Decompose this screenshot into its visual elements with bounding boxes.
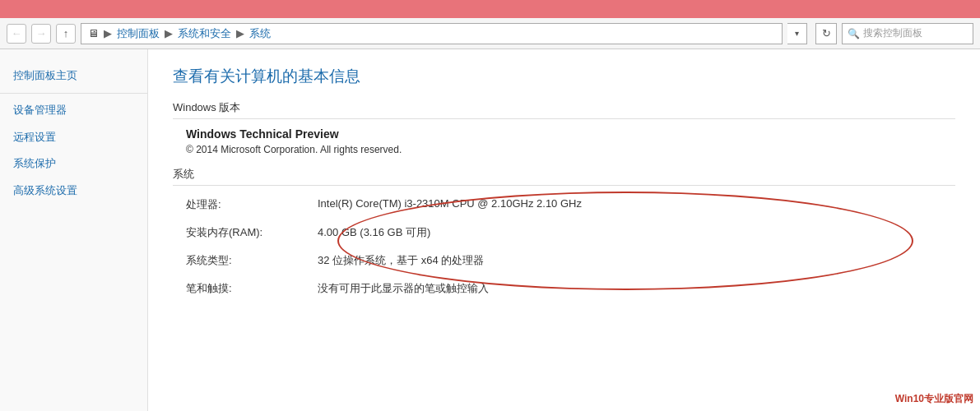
path-part1[interactable]: 控制面板 [117,26,160,41]
system-section: 系统 处理器: Intel(R) Core(TM) i3-2310M CPU @… [173,167,955,299]
forward-button[interactable]: → [31,24,51,44]
sidebar-item-home[interactable]: 控制面板主页 [0,62,147,90]
address-bar: ← → ↑ 🖥 ▶ 控制面板 ▶ 系统和安全 ▶ 系统 ▾ ↻ 🔍 搜索控制面板 [0,18,980,49]
system-type-label: 系统类型: [186,253,318,268]
system-rows: 处理器: Intel(R) Core(TM) i3-2310M CPU @ 2.… [173,194,955,299]
up-button[interactable]: ↑ [56,24,76,44]
path-sep1: ▶ [104,27,112,39]
sidebar-item-protection[interactable]: 系统保护 [0,150,147,178]
path-sep3: ▶ [236,27,244,39]
content-area: 查看有关计算机的基本信息 Windows 版本 Windows Technica… [148,49,980,411]
processor-value: Intel(R) Core(TM) i3-2310M CPU @ 2.10GHz… [318,197,582,212]
sidebar-divider-1 [0,93,147,94]
processor-label: 处理器: [186,197,318,212]
forward-icon: → [36,27,47,39]
pen-touch-value: 没有可用于此显示器的笔或触控输入 [318,281,489,296]
dropdown-icon: ▾ [795,29,799,38]
sidebar-item-advanced[interactable]: 高级系统设置 [0,178,147,205]
address-path[interactable]: 🖥 ▶ 控制面板 ▶ 系统和安全 ▶ 系统 [81,23,783,44]
main-layout: 控制面板主页 设备管理器 远程设置 系统保护 高级系统设置 查看有关计算机的基本… [0,49,980,411]
ram-label: 安装内存(RAM): [186,225,318,240]
windows-section-label: Windows 版本 [173,100,955,119]
address-dropdown[interactable]: ▾ [787,23,807,44]
table-row: 处理器: Intel(R) Core(TM) i3-2310M CPU @ 2.… [186,194,955,215]
search-box[interactable]: 🔍 搜索控制面板 [842,23,973,44]
watermark: Win10专业版官网 [895,392,973,406]
sidebar: 控制面板主页 设备管理器 远程设置 系统保护 高级系统设置 [0,49,148,411]
ram-value: 4.00 GB (3.16 GB 可用) [318,225,430,240]
address-icon: 🖥 [88,27,99,39]
back-button[interactable]: ← [7,24,26,44]
system-section-label: 系统 [173,167,955,186]
search-placeholder: 搜索控制面板 [863,26,922,40]
path-part3[interactable]: 系统 [249,26,271,41]
page-title: 查看有关计算机的基本信息 [173,66,955,87]
sidebar-item-remote[interactable]: 远程设置 [0,124,147,151]
search-icon: 🔍 [848,28,860,39]
top-bar [0,0,980,18]
up-icon: ↑ [63,27,69,39]
refresh-icon: ↻ [822,27,831,39]
path-sep2: ▶ [165,27,173,39]
path-part2[interactable]: 系统和安全 [178,26,231,41]
back-icon: ← [12,27,22,39]
windows-name: Windows Technical Preview [186,127,955,141]
sidebar-item-device-manager[interactable]: 设备管理器 [0,97,147,124]
windows-copy: © 2014 Microsoft Corporation. All rights… [186,144,955,155]
table-row: 笔和触摸: 没有可用于此显示器的笔或触控输入 [186,278,955,299]
pen-touch-label: 笔和触摸: [186,281,318,296]
refresh-button[interactable]: ↻ [815,23,837,44]
system-type-value: 32 位操作系统，基于 x64 的处理器 [318,253,484,268]
table-row: 安装内存(RAM): 4.00 GB (3.16 GB 可用) [186,222,955,243]
table-row: 系统类型: 32 位操作系统，基于 x64 的处理器 [186,250,955,271]
